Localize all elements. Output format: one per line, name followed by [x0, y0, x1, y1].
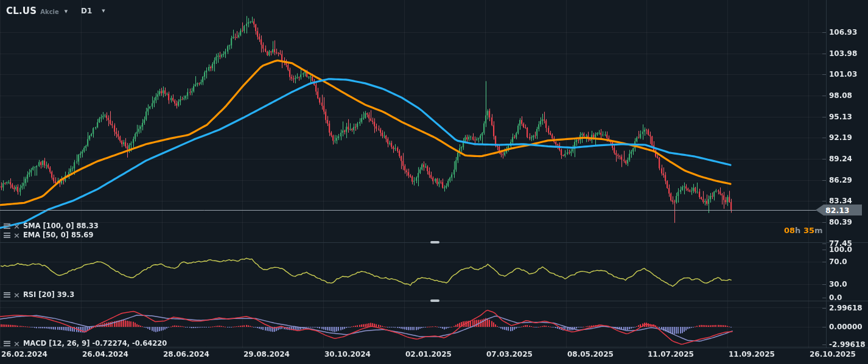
- price-axis-label: 106.93: [829, 28, 857, 37]
- indicator-close-icon[interactable]: ×: [13, 292, 20, 298]
- panel-resize-handle[interactable]: [430, 241, 439, 243]
- ema-legend-label: EMA [50, 0] 85.69: [23, 231, 93, 239]
- rsi-axis-label: 70.0: [829, 257, 847, 266]
- date-axis-label: 08.05.2025: [567, 350, 614, 359]
- date-axis-label: 29.08.2024: [243, 350, 290, 359]
- rsi-axis-label: 0.0: [829, 293, 842, 302]
- date-axis-label: 26.04.2024: [82, 350, 128, 359]
- date-axis-label: 07.03.2025: [486, 350, 533, 359]
- panel-resize-handle[interactable]: [430, 299, 439, 302]
- macd-axis-label: -2.99618: [829, 340, 866, 349]
- price-axis-label: 83.34: [829, 197, 852, 205]
- main-chart-canvas[interactable]: [0, 0, 868, 364]
- indicator-settings-icon[interactable]: [4, 341, 10, 346]
- candle-countdown: 08h 35m: [784, 226, 821, 235]
- indicator-settings-icon[interactable]: [4, 233, 10, 238]
- macd-axis-label: 2.99618: [829, 304, 863, 312]
- macd-legend-label: MACD [12, 26, 9] -0.72274, -0.64220: [23, 339, 167, 348]
- date-axis-label: 11.09.2025: [729, 350, 775, 359]
- indicator-close-icon[interactable]: ×: [13, 223, 20, 229]
- date-axis-label: 11.07.2025: [648, 350, 694, 359]
- trading-chart-window: CL.US Akcie ▼ D1 ▼ × SMA [100, 0] 88.33 …: [0, 0, 868, 364]
- current-price-badge: 82.13: [816, 205, 862, 215]
- price-axis-label: 80.39: [829, 218, 852, 226]
- rsi-axis-label: 30.0: [829, 280, 847, 289]
- rsi-axis-label: 100.0: [829, 245, 852, 254]
- macd-axis-label: 0.00000: [829, 323, 863, 331]
- legend-ema: × EMA [50, 0] 85.69: [4, 231, 93, 239]
- indicator-settings-icon[interactable]: [4, 223, 10, 229]
- indicator-close-icon[interactable]: ×: [13, 233, 20, 238]
- chevron-down-icon: ▼: [65, 9, 68, 14]
- date-axis-label: 26.10.2025: [810, 350, 856, 359]
- timeframe-selector[interactable]: D1 ▼: [81, 7, 105, 15]
- legend-macd: × MACD [12, 26, 9] -0.72274, -0.64220: [4, 339, 167, 348]
- date-axis-label: 26.02.2024: [1, 350, 47, 359]
- chart-topbar: CL.US Akcie ▼ D1 ▼: [0, 0, 868, 21]
- price-axis-label: 95.13: [829, 113, 852, 121]
- indicator-settings-icon[interactable]: [4, 292, 10, 298]
- date-axis-label: 02.01.2025: [405, 350, 452, 359]
- rsi-legend-label: RSI [20] 39.3: [23, 290, 74, 299]
- price-axis-label: 92.19: [829, 133, 852, 142]
- price-axis-label: 89.24: [829, 155, 852, 163]
- date-axis-label: 28.06.2024: [163, 350, 209, 359]
- countdown-minutes: 35: [803, 226, 814, 235]
- legend-rsi: × RSI [20] 39.3: [4, 290, 74, 299]
- current-price-value: 82.13: [825, 206, 850, 215]
- symbol-name: CL.US: [6, 5, 37, 16]
- chevron-down-icon: ▼: [102, 9, 105, 13]
- price-axis-label: 103.98: [829, 49, 857, 58]
- symbol-selector[interactable]: CL.US Akcie ▼: [6, 5, 68, 16]
- countdown-hours: 08: [784, 226, 795, 235]
- legend-sma: × SMA [100, 0] 88.33: [4, 222, 99, 230]
- instrument-type-label: Akcie: [40, 9, 59, 15]
- date-axis-label: 30.10.2024: [324, 350, 371, 359]
- countdown-minutes-unit: m: [814, 226, 823, 235]
- sma-legend-label: SMA [100, 0] 88.33: [23, 222, 99, 230]
- price-axis-label: 86.29: [829, 176, 852, 184]
- price-axis-label: 101.03: [829, 70, 857, 79]
- indicator-close-icon[interactable]: ×: [13, 341, 20, 346]
- price-axis-label: 98.08: [829, 91, 852, 100]
- timeframe-label: D1: [81, 7, 92, 15]
- countdown-hours-unit: h: [795, 226, 800, 235]
